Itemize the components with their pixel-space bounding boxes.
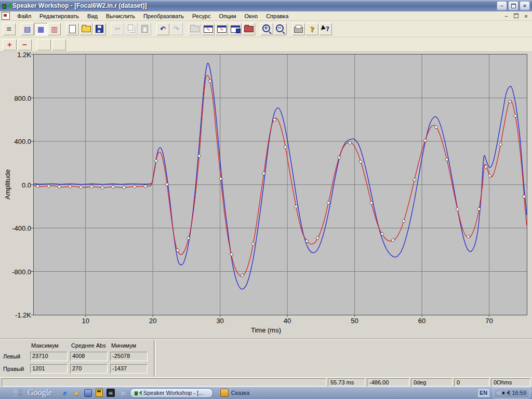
chart-client-area: Amplitude Time (ms) МаксимумСреднее AbsМ… [0, 52, 532, 377]
context-help-button[interactable]: ? [319, 23, 332, 35]
taskbar-button-skazka[interactable]: Сказка [220, 389, 249, 397]
stats-value-box[interactable]: 270 [70, 364, 108, 374]
document-icon[interactable] [2, 12, 10, 20]
chart-line-button[interactable]: ∿ [215, 23, 228, 35]
x-tick-label: 50 [346, 317, 364, 325]
menu-item-2[interactable]: Редактировать [35, 12, 83, 20]
open-file-button[interactable] [79, 23, 92, 35]
mdi-close-button[interactable]: × [522, 12, 530, 20]
status-pane-2: -486.00 [367, 378, 409, 387]
chart-view-button[interactable]: ▦ [34, 23, 47, 35]
save-file-button[interactable] [93, 23, 106, 35]
stats-value-box[interactable]: 1201 [30, 364, 68, 374]
combo-view-button[interactable]: ▥ [48, 23, 61, 35]
datasheet-view-button[interactable]: ▤ [21, 23, 34, 35]
menu-item-7[interactable]: Опции [215, 12, 240, 20]
data-point-marker [295, 205, 298, 208]
y-tick-label: 1.2K [0, 51, 31, 59]
clock: 16:59 [512, 390, 526, 396]
volume-icon[interactable]: ) [502, 390, 509, 396]
chart-window-button[interactable]: ∿ [202, 23, 215, 35]
open-file-icon [82, 26, 91, 32]
tray-collapse-icon[interactable]: ◁ [497, 390, 500, 395]
blank-button-1[interactable] [37, 39, 51, 50]
menu-item-6[interactable]: Ресурс [188, 12, 215, 20]
stats-row-label: Правый [3, 366, 30, 372]
triangle-app-icon[interactable]: ▲ [72, 389, 81, 397]
data-point-marker [284, 145, 287, 149]
print-button[interactable] [292, 23, 305, 35]
x-tick-label: 10 [77, 317, 95, 325]
data-point-marker [144, 184, 148, 188]
x-tick-label: 30 [211, 317, 229, 325]
title-bar: Speaker Workshop - [Focal6W2.in.r (datas… [0, 0, 532, 11]
folder-icon [220, 389, 229, 397]
import-icon [190, 26, 200, 32]
menu-bar: ФайлРедактироватьВидВычислитьПреобразова… [0, 11, 532, 21]
plot-panel[interactable] [33, 54, 527, 315]
windows-flag-icon[interactable] [14, 389, 22, 397]
mdi-controls: – × [502, 12, 530, 20]
stats-value-box[interactable]: -1437 [110, 364, 148, 374]
data-point-marker [241, 274, 244, 277]
datasheet-view-icon: ▤ [24, 25, 31, 33]
robot-app-icon[interactable] [95, 389, 104, 397]
data-point-marker [514, 114, 517, 118]
paste-icon [141, 25, 148, 33]
data-point-marker [122, 185, 126, 189]
menu-item-9[interactable]: Справка [262, 12, 292, 20]
status-bar: 55.73 ms-486.000deg00Ohms [0, 377, 532, 387]
zoom-out-button[interactable]: − [274, 23, 287, 35]
x-axis-label: Time (ms) [251, 326, 281, 334]
stats-value-box[interactable]: 4008 [70, 352, 108, 361]
language-indicator[interactable]: EN [477, 388, 490, 397]
stats-value-box[interactable]: 23710 [30, 352, 68, 361]
add-curve-button[interactable]: + [3, 39, 17, 50]
skull-app-icon[interactable]: ☠ [106, 389, 115, 397]
close-button[interactable]: × [520, 1, 530, 10]
help-button[interactable]: ? [305, 23, 318, 35]
undo-icon: ↶ [160, 25, 166, 32]
remove-curve-button[interactable]: − [18, 39, 32, 50]
chart-folder-icon [244, 26, 254, 32]
quicklaunch-expand-icon[interactable]: ▷ [122, 390, 126, 396]
menu-item-1[interactable]: Файл [13, 12, 35, 20]
main-toolbar: ≡▤▦▥✂↶↷∿∿+−?? [0, 21, 532, 37]
menu-item-5[interactable]: Преобразовать [139, 12, 188, 20]
data-point-marker [327, 201, 330, 205]
chart-folder-button[interactable] [242, 23, 255, 35]
tray-box: ◁ ) 16:59 [493, 388, 530, 398]
data-point-marker [337, 156, 341, 159]
status-pane-3: 0deg [411, 378, 453, 387]
y-tick-label: 400.0 [0, 138, 31, 145]
undo-button[interactable]: ↶ [156, 23, 169, 35]
messenger-icon[interactable] [83, 389, 92, 397]
google-toolbar-logo[interactable]: Google [28, 388, 52, 397]
new-file-button[interactable] [66, 23, 79, 35]
menu-item-4[interactable]: Вычислить [102, 12, 139, 20]
combo-view-icon: ▥ [51, 25, 58, 33]
x-tick-label: 40 [278, 317, 296, 325]
chart-save-button[interactable] [229, 23, 242, 35]
mdi-restore-button[interactable] [512, 12, 521, 20]
data-point-marker [133, 185, 137, 189]
blank-button-2[interactable] [52, 39, 66, 50]
notebook-tree-button[interactable]: ≡ [3, 23, 16, 35]
data-point-marker [423, 139, 427, 142]
stats-row-label: Левый [3, 353, 30, 360]
internet-explorer-icon[interactable]: e [60, 389, 70, 397]
menu-item-8[interactable]: Окно [241, 12, 262, 20]
minimize-button[interactable]: – [497, 1, 507, 10]
menu-item-3[interactable]: Вид [83, 12, 102, 20]
taskbar-button-speaker-workshop[interactable]: Speaker Workshop - [... [130, 388, 213, 398]
restore-button[interactable] [508, 1, 518, 10]
mdi-minimize-button[interactable]: – [502, 12, 511, 20]
stats-column-header: Максимум [30, 341, 70, 350]
x-tick-label: 70 [480, 317, 498, 325]
stats-value-box[interactable]: -25078 [110, 352, 148, 361]
data-point-marker [154, 159, 158, 163]
y-tick-label: 0.0 [0, 181, 31, 189]
stats-panel: МаксимумСреднее AbsМинимумЛевый237104008… [0, 339, 532, 378]
zoom-in-button[interactable]: + [260, 23, 273, 35]
print-icon [294, 27, 303, 33]
